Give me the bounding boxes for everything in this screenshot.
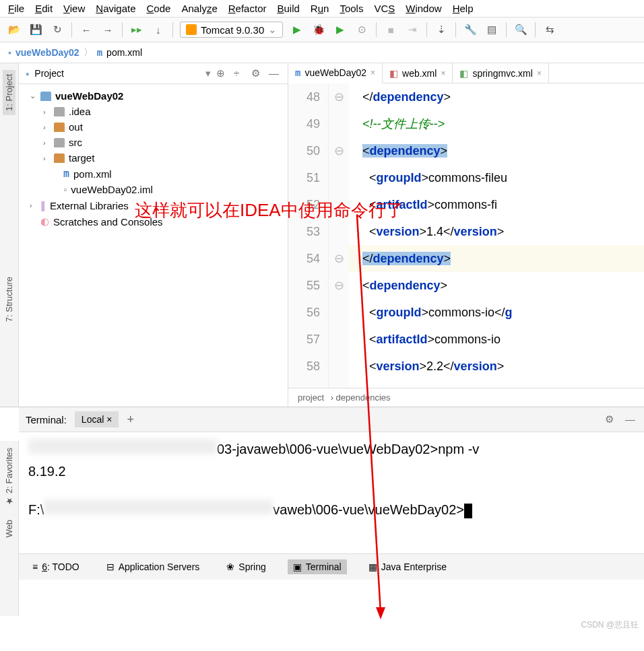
- breadcrumb-root[interactable]: vueWebDay02: [15, 47, 79, 58]
- hide-icon[interactable]: —: [269, 67, 281, 79]
- settings-icon[interactable]: 🔧: [463, 22, 478, 37]
- vcs-icon[interactable]: ⇣: [434, 22, 449, 37]
- terminal-title: Terminal:: [26, 414, 67, 425]
- vtab-favorites[interactable]: ★ 2: Favorites: [4, 448, 14, 506]
- editor-breadcrumb[interactable]: project › dependencies: [288, 388, 644, 407]
- breadcrumb-file[interactable]: pom.xml: [106, 47, 142, 58]
- tree-item-src[interactable]: ›src: [19, 135, 288, 150]
- tree-scratch[interactable]: ◐Scratches and Consoles: [19, 213, 288, 230]
- editor-tabs: mvueWebDay02× ◧web.xml× ◧springmvc.xml×: [288, 63, 644, 83]
- stop2-icon[interactable]: ⇥: [405, 22, 420, 37]
- file-icon: m: [97, 47, 102, 58]
- menu-build[interactable]: Build: [277, 3, 299, 14]
- folder-icon: ▪: [8, 47, 11, 58]
- stop-icon[interactable]: ■: [383, 22, 398, 37]
- menu-code[interactable]: Code: [147, 3, 171, 14]
- left-tool-gutter: 1: Project 7: Structure: [0, 63, 19, 407]
- nav-breadcrumb: ▪ vueWebDay02 〉 m pom.xml: [0, 42, 644, 63]
- menu-analyze[interactable]: Analyze: [181, 3, 217, 14]
- add-terminal-icon[interactable]: +: [127, 413, 134, 427]
- line-gutter[interactable]: 484950 515253 545556 5758: [288, 83, 329, 388]
- menu-vcs[interactable]: VCS: [374, 3, 395, 14]
- gear-icon[interactable]: ⚙: [605, 413, 617, 425]
- main-toolbar: 📂 💾 ↻ ← → ▸▸ ↓ Tomcat 9.0.30 ⌄ ▶ 🐞 ▶ ⊙ ■…: [0, 18, 644, 42]
- forward-icon[interactable]: →: [100, 22, 115, 37]
- btab-todo[interactable]: ≡6: TODO: [27, 559, 85, 574]
- tree-root[interactable]: ⌄ vueWebDay02: [19, 88, 288, 104]
- tomcat-icon: [186, 24, 197, 35]
- vtab-project[interactable]: 1: Project: [3, 70, 15, 115]
- menu-help[interactable]: Help: [453, 3, 474, 14]
- terminal-cursor: [464, 504, 472, 518]
- menu-tools[interactable]: Tools: [340, 3, 363, 14]
- menu-view[interactable]: View: [63, 3, 85, 14]
- menu-navigate[interactable]: Navigate: [96, 3, 135, 14]
- tab-webxml[interactable]: ◧web.xml×: [383, 63, 453, 83]
- structure-icon[interactable]: ▤: [484, 22, 499, 37]
- close-icon[interactable]: ×: [441, 69, 445, 78]
- profile-icon[interactable]: ⊙: [354, 22, 369, 37]
- back-icon[interactable]: ←: [79, 22, 94, 37]
- menu-refactor[interactable]: Refactor: [228, 3, 267, 14]
- watermark: CSDN @悲且狂: [581, 619, 639, 631]
- tree-item-idea[interactable]: ›.idea: [19, 104, 288, 119]
- btab-javaee[interactable]: ▦Java Enterprise: [363, 559, 452, 574]
- svg-marker-1: [376, 607, 385, 619]
- tab-vuewebday02[interactable]: mvueWebDay02×: [288, 63, 383, 83]
- search-icon[interactable]: 🔍: [513, 22, 528, 37]
- code-content[interactable]: </dependency> <!--文件上传--> <dependency> <…: [349, 83, 644, 388]
- build-icon[interactable]: ▸▸: [129, 22, 144, 37]
- terminal-panel: ★ 2: Favorites Web Terminal: Local × + ⚙…: [0, 407, 644, 553]
- tree-ext-lib[interactable]: ›‖External Libraries: [19, 197, 288, 213]
- save-icon[interactable]: 💾: [28, 22, 43, 37]
- menu-file[interactable]: File: [8, 3, 24, 14]
- open-icon[interactable]: 📂: [7, 22, 22, 37]
- terminal-body[interactable]: 03-javaweb\006-vue\vueWebDay02>npm -v 8.…: [19, 432, 644, 553]
- btab-spring[interactable]: ❀Spring: [221, 559, 271, 574]
- project-tree[interactable]: ⌄ vueWebDay02 ›.idea ›out ›src ›target m…: [19, 84, 288, 407]
- menu-bar: File Edit View Navigate Code Analyze Ref…: [0, 0, 644, 18]
- more-icon[interactable]: ⇆: [542, 22, 557, 37]
- close-icon[interactable]: ×: [537, 69, 542, 78]
- project-panel-title: Project: [34, 68, 200, 79]
- gear-icon[interactable]: ⚙: [251, 67, 263, 79]
- tab-springmvc[interactable]: ◧springmvc.xml×: [453, 63, 548, 83]
- code-editor: mvueWebDay02× ◧web.xml× ◧springmvc.xml× …: [288, 63, 644, 407]
- coverage-icon[interactable]: ▶: [333, 22, 348, 37]
- menu-edit[interactable]: Edit: [35, 3, 53, 14]
- vtab-structure[interactable]: 7: Structure: [4, 277, 14, 322]
- target-icon[interactable]: ⊕: [216, 67, 228, 79]
- vtab-web[interactable]: Web: [4, 520, 14, 538]
- menu-run[interactable]: Run: [311, 3, 329, 14]
- collapse-icon[interactable]: ÷: [234, 67, 246, 79]
- hide-icon[interactable]: —: [625, 413, 637, 425]
- run-icon[interactable]: ▶: [290, 22, 304, 37]
- tree-item-out[interactable]: ›out: [19, 119, 288, 135]
- debug-icon[interactable]: 🐞: [311, 22, 326, 37]
- close-icon[interactable]: ×: [371, 68, 375, 77]
- menu-window[interactable]: Window: [406, 3, 441, 14]
- btab-terminal[interactable]: ▣Terminal: [288, 559, 347, 574]
- refresh-icon[interactable]: ↻: [50, 22, 65, 37]
- run-config-label: Tomcat 9.0.30: [201, 24, 264, 36]
- project-panel: ▪ Project ▾ ⊕ ÷ ⚙ — ⌄ vueWebDay02 ›.idea…: [19, 63, 288, 407]
- tree-item-pom[interactable]: mpom.xml: [19, 166, 288, 182]
- run-config-selector[interactable]: Tomcat 9.0.30 ⌄: [180, 22, 283, 38]
- select-icon[interactable]: ↓: [151, 22, 166, 37]
- tree-item-target[interactable]: ›target: [19, 150, 288, 166]
- fold-column[interactable]: ⊖⊖⊖⊖: [329, 83, 349, 388]
- chevron-down-icon: ⌄: [268, 24, 277, 36]
- bottom-tool-bar: ≡6: TODO ⊟Application Servers ❀Spring ▣T…: [19, 553, 644, 580]
- terminal-tab-local[interactable]: Local ×: [75, 411, 119, 427]
- tree-item-iml[interactable]: ▫vueWebDay02.iml: [19, 182, 288, 197]
- btab-appservers[interactable]: ⊟Application Servers: [101, 559, 205, 574]
